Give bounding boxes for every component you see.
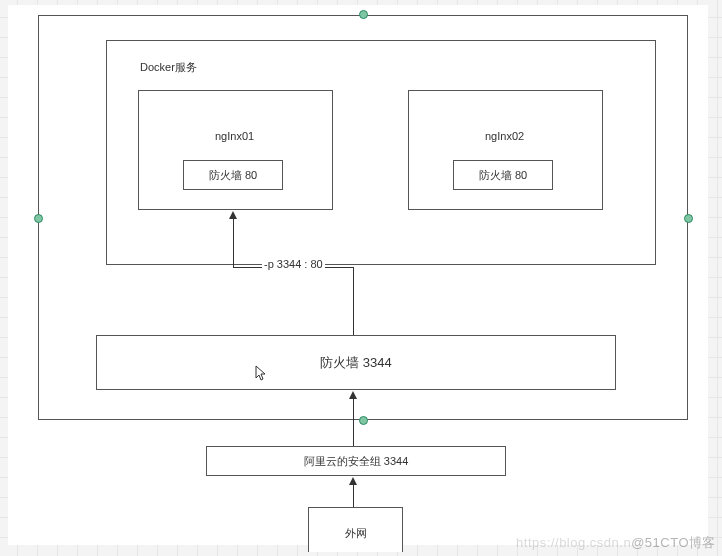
watermark-source: @51CTO博客 (631, 535, 716, 550)
nginx02-label: ngInx02 (483, 130, 526, 142)
connector-secgroup-line (353, 399, 354, 446)
nginx02-box[interactable] (408, 90, 603, 210)
nginx01-label: ngInx01 (213, 130, 256, 142)
nginx01-firewall-box[interactable]: 防火墙 80 (183, 160, 283, 190)
firewall-main-label: 防火墙 3344 (320, 354, 392, 372)
resize-handle-left[interactable] (34, 214, 43, 223)
resize-handle-bottom[interactable] (359, 416, 368, 425)
connector-external-line (353, 484, 354, 507)
resize-handle-right[interactable] (684, 214, 693, 223)
arrowhead-to-firewall (349, 391, 357, 399)
security-group-label: 阿里云的安全组 3344 (304, 454, 409, 469)
arrowhead-to-nginx01 (229, 211, 237, 219)
watermark-url: https://blog.csdn.n (516, 535, 631, 550)
firewall-main-box[interactable]: 防火墙 3344 (96, 335, 616, 390)
diagram-canvas[interactable]: Docker服务 ngInx01 防火墙 80 ngInx02 防火墙 80 -… (8, 5, 708, 545)
connector-line-v1 (353, 267, 354, 335)
watermark: https://blog.csdn.n@51CTO博客 (516, 534, 716, 552)
nginx02-firewall-box[interactable]: 防火墙 80 (453, 160, 553, 190)
resize-handle-top[interactable] (359, 10, 368, 19)
nginx01-firewall-label: 防火墙 80 (209, 168, 257, 183)
external-network-label: 外网 (345, 526, 367, 541)
connector-line-v2 (233, 219, 234, 267)
security-group-box[interactable]: 阿里云的安全组 3344 (206, 446, 506, 476)
docker-service-label: Docker服务 (138, 60, 199, 75)
nginx01-box[interactable] (138, 90, 333, 210)
external-network-box[interactable]: 外网 (308, 507, 403, 552)
arrowhead-to-secgroup (349, 477, 357, 485)
nginx02-firewall-label: 防火墙 80 (479, 168, 527, 183)
port-map-label: -p 3344 : 80 (262, 258, 325, 270)
